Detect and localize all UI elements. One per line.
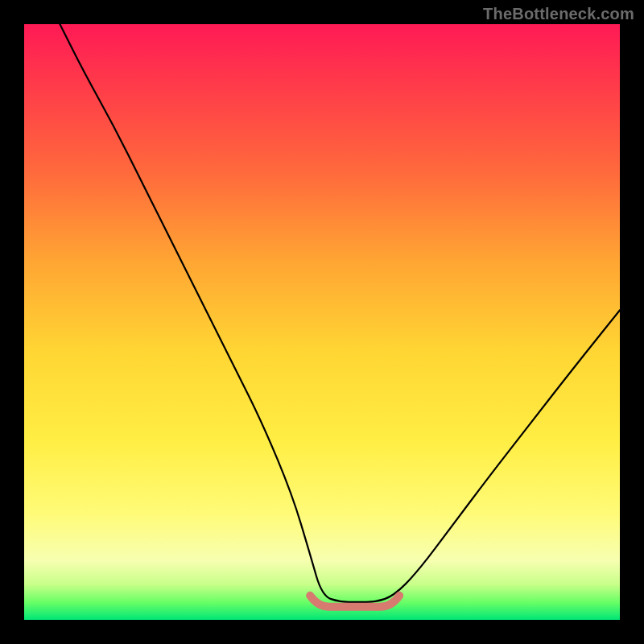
watermark-text: TheBottleneck.com xyxy=(483,5,634,23)
chart-frame: TheBottleneck.com xyxy=(0,0,644,644)
curve-svg xyxy=(24,24,620,620)
bottleneck-curve-line xyxy=(60,24,620,602)
plot-area xyxy=(24,24,620,620)
